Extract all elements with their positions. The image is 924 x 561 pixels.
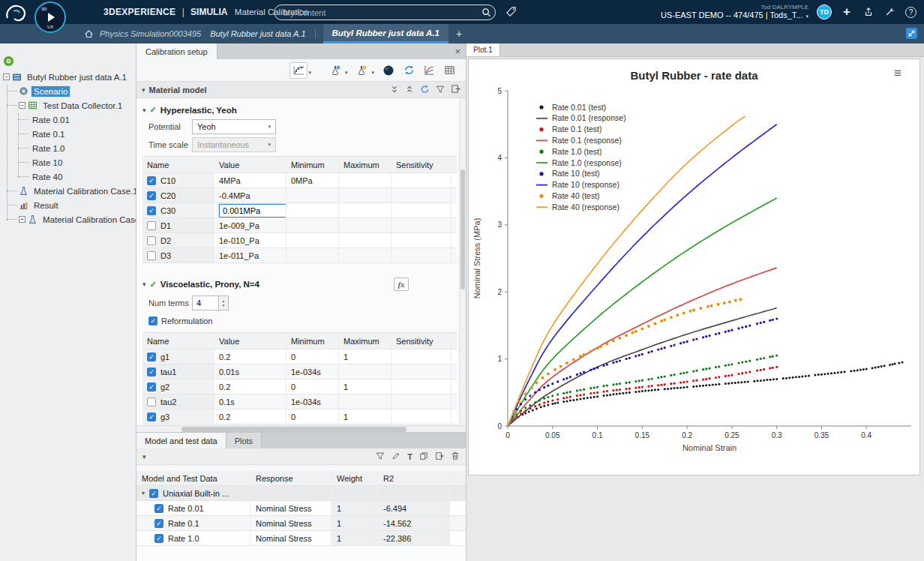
scrollbar-thumb[interactable] — [460, 170, 465, 290]
new-tab-button[interactable]: + — [456, 28, 462, 40]
checkbox-d1[interactable] — [147, 221, 156, 230]
maximize-icon[interactable] — [905, 27, 918, 43]
tree-item-rate-0-01[interactable]: Rate 0.01 — [0, 112, 136, 127]
tree-item-test-data-collector-1[interactable]: −Test Data Collector.1 — [0, 98, 136, 112]
export-icon[interactable] — [435, 450, 444, 464]
num-terms-input[interactable]: 4 — [192, 296, 219, 310]
checkbox-tau1[interactable]: ✓ — [147, 368, 156, 376]
sensitivity-cell-tau1[interactable] — [392, 364, 452, 379]
checkbox-group[interactable]: ✓ — [149, 489, 158, 498]
3ds-logo[interactable] — [3, 2, 32, 22]
filter-icon[interactable] — [436, 83, 445, 97]
chevron-down-icon[interactable]: ▾ — [371, 70, 374, 76]
collapse-all-icon[interactable] — [405, 83, 414, 97]
value-cell-g2[interactable]: 0.2 — [214, 380, 286, 394]
min-cell-g2[interactable]: 0 — [286, 380, 339, 394]
copy-icon[interactable] — [419, 450, 428, 464]
checkbox-rate-0-01[interactable]: ✓ — [154, 504, 164, 513]
tag-icon[interactable] — [506, 6, 517, 20]
sensitivity-cell-g1[interactable] — [392, 350, 452, 364]
expand-all-icon[interactable] — [390, 83, 399, 97]
min-cell-d2[interactable] — [286, 233, 339, 248]
add-content-icon[interactable]: + — [840, 5, 854, 19]
checkbox-rate-1-0[interactable]: ✓ — [154, 534, 164, 543]
tree-item-rate-40[interactable]: Rate 40 — [0, 170, 136, 184]
checkbox-d2[interactable] — [147, 236, 156, 245]
tab-plot-1[interactable]: Plot.1 — [466, 44, 500, 56]
legend-item-rate-0-01-test[interactable]: Rate 0.01 (test) — [539, 103, 606, 112]
max-cell-g1[interactable]: 1 — [339, 350, 392, 364]
legend-item-rate-1-0-test[interactable]: Rate 1.0 (test) — [539, 147, 602, 156]
min-cell-g3[interactable]: 0 — [286, 410, 339, 424]
value-cell-d3[interactable]: 1e-011_Pa — [214, 248, 286, 262]
legend-item-rate-0-1-test[interactable]: Rate 0.1 (test) — [539, 124, 602, 134]
checkbox-g3[interactable]: ✓ — [147, 412, 156, 422]
value-cell-c10[interactable]: 4MPa — [214, 173, 286, 188]
export-icon[interactable] — [451, 83, 460, 97]
delete-icon[interactable] — [451, 450, 460, 464]
value-cell-c20[interactable]: -0.4MPa — [214, 188, 286, 202]
max-cell-tau1[interactable] — [339, 364, 392, 379]
panel-options-caret[interactable]: ▾ — [142, 453, 146, 460]
collapse-expander-icon[interactable]: − — [19, 102, 26, 109]
value-cell-d2[interactable]: 1e-010_Pa — [214, 233, 286, 248]
checkbox-c20[interactable]: ✓ — [147, 191, 156, 200]
undo-icon[interactable] — [420, 83, 430, 97]
chevron-down-icon[interactable]: ▾ — [345, 70, 348, 76]
legend-item-rate-0-01-response[interactable]: Rate 0.01 (response) — [536, 113, 626, 122]
value-cell-c30[interactable] — [214, 203, 286, 218]
legend-item-rate-1-0-response[interactable]: Rate 1.0 (response) — [536, 158, 622, 167]
potential-select[interactable]: Yeoh ▾ — [192, 119, 276, 134]
legend-item-rate-10-test[interactable]: Rate 10 (test) — [539, 169, 599, 178]
num-terms-stepper[interactable]: ▴ ▾ — [219, 296, 229, 310]
collapse-triangle-icon[interactable]: ▾ — [142, 280, 146, 288]
max-cell-g2[interactable]: 1 — [339, 380, 392, 394]
checkbox-c10[interactable]: ✓ — [147, 176, 156, 185]
tab-butyl-rubber-active[interactable]: Butyl Rubber just data A.1 — [323, 24, 448, 44]
max-cell-d3[interactable] — [339, 248, 392, 262]
checkbox-rate-0-1[interactable]: ✓ — [154, 519, 164, 528]
fx-button[interactable]: fx — [394, 278, 409, 291]
tree-item-rate-1-0[interactable]: Rate 1.0 — [0, 141, 136, 155]
tree-item-rate-0-1[interactable]: Rate 0.1 — [0, 127, 136, 141]
share-icon[interactable] — [862, 5, 875, 19]
material-sphere-icon[interactable] — [380, 62, 398, 79]
checkbox-c30[interactable]: ✓ — [147, 206, 156, 215]
chart-menu-icon[interactable]: ≡ — [894, 66, 902, 81]
tab-calibration-setup[interactable]: Calibration setup — [136, 44, 218, 59]
legend-item-rate-40-test[interactable]: Rate 40 (test) — [539, 191, 599, 200]
horizontal-scrollbar[interactable] — [136, 425, 466, 432]
max-cell-d1[interactable] — [339, 218, 392, 232]
value-input-c30[interactable] — [219, 204, 286, 218]
max-cell-c30[interactable] — [339, 203, 392, 218]
legend-item-rate-10-response[interactable]: Rate 10 (response) — [536, 180, 620, 189]
search-icon[interactable] — [477, 8, 495, 17]
sensitivity-cell-d2[interactable] — [392, 233, 452, 248]
collapse-triangle-icon[interactable]: ▾ — [142, 490, 145, 496]
checkbox-d3[interactable] — [147, 251, 156, 260]
material-model-header[interactable]: ▾ Material model — [136, 82, 466, 98]
tab-butyl-rubber-inactive[interactable]: Butyl Rubber just data A.1 — [210, 29, 315, 38]
help-icon[interactable]: ? — [905, 7, 916, 18]
search-input[interactable] — [274, 8, 477, 17]
sensitivity-cell-g3[interactable] — [392, 410, 452, 424]
sensitivity-cell-c20[interactable] — [392, 188, 452, 202]
tab-model-and-test-data[interactable]: Model and test data — [136, 433, 226, 448]
group-row-uniaxial[interactable]: ▾✓Uniaxial Built-in ... — [136, 486, 466, 501]
avatar[interactable]: TD — [817, 4, 832, 20]
filter-icon[interactable] — [376, 450, 385, 464]
breadcrumb[interactable]: Physics Simulation0003495 — [100, 29, 201, 38]
value-cell-tau1[interactable]: 0.01s — [214, 364, 286, 379]
collapse-expander-icon[interactable]: − — [3, 74, 10, 80]
close-icon[interactable]: × — [454, 46, 460, 57]
scrollbar-thumb[interactable] — [182, 427, 406, 432]
min-cell-c20[interactable] — [286, 188, 339, 202]
legend-item-rate-0-1-response[interactable]: Rate 0.1 (response) — [536, 136, 622, 145]
vertical-scrollbar[interactable] — [459, 98, 466, 425]
expand-expander-icon[interactable]: + — [19, 216, 26, 223]
max-cell-c10[interactable] — [339, 173, 392, 188]
sensitivity-cell-c10[interactable] — [392, 173, 452, 188]
step-down-icon[interactable]: ▾ — [223, 303, 225, 308]
tree-item-result[interactable]: Result — [0, 198, 136, 212]
value-cell-g3[interactable]: 0.2 — [214, 410, 286, 424]
